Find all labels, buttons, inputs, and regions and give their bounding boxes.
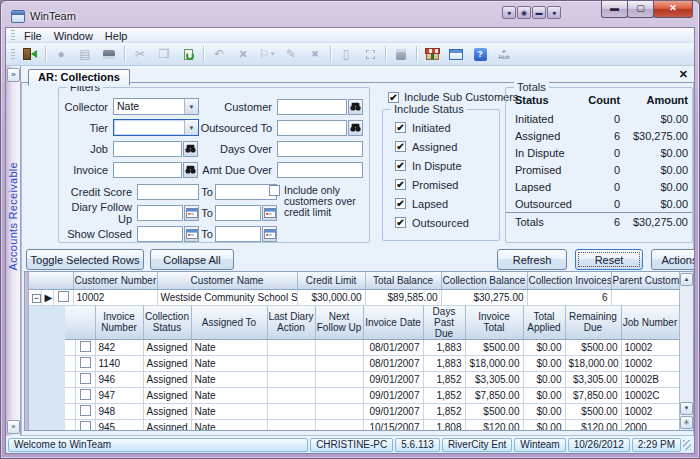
tab-close-icon[interactable]: ✕ — [679, 68, 688, 80]
invoice-row-checkbox[interactable] — [80, 357, 91, 368]
scroll-extra-icon[interactable]: ✳ — [680, 416, 693, 429]
customer-col-customer-number[interactable]: Customer Number — [73, 272, 157, 289]
invoice-cell-0[interactable]: 842 — [95, 340, 143, 356]
invoice-row-checkbox[interactable] — [80, 421, 91, 430]
invoice-cell-10[interactable]: 10002 — [621, 340, 679, 356]
invoice-cell-10[interactable]: 10002 — [621, 404, 679, 420]
menu-file[interactable]: File — [18, 30, 48, 42]
customer-col-total-balance[interactable]: Total Balance — [365, 272, 441, 289]
job-input[interactable] — [113, 141, 182, 157]
invoice-col-next-follow-up[interactable]: Next Follow Up — [315, 306, 363, 340]
reset-button[interactable]: Reset — [575, 249, 643, 270]
invoice-cell-10[interactable]: 10002C — [621, 388, 679, 404]
tier-dropdown[interactable]: ▼ — [113, 119, 199, 136]
minimize-button[interactable]: ▬ — [601, 1, 628, 18]
chevron-down-icon[interactable]: ▼ — [184, 120, 198, 135]
maximize-button[interactable]: ▢ — [627, 1, 654, 18]
close-button[interactable]: ✕ — [653, 1, 693, 18]
quick-button-3[interactable]: ▬ — [532, 6, 546, 19]
diary-to-input[interactable] — [215, 205, 261, 221]
invoice-col-invoice-date[interactable]: Invoice Date — [363, 306, 423, 340]
status-checkbox-in-dispute[interactable]: ✔ — [395, 160, 406, 171]
chevron-down-icon[interactable]: ▼ — [184, 99, 198, 114]
paste-icon[interactable] — [177, 45, 199, 64]
invoice-cell-0[interactable]: 948 — [95, 404, 143, 420]
diary-from-calendar-button[interactable] — [184, 205, 199, 221]
invoice-col-remaining-due[interactable]: Remaining Due — [565, 306, 621, 340]
invoice-cell-0[interactable]: 1140 — [95, 356, 143, 372]
tab-ar-collections[interactable]: AR: Collections — [28, 69, 130, 86]
quick-button-1[interactable]: ● — [502, 6, 516, 19]
invoice-cell-8[interactable]: $0.00 — [523, 420, 565, 430]
quick-button-4[interactable]: ● — [547, 6, 561, 19]
customer-col-collection-balance[interactable]: Collection Balance — [441, 272, 527, 289]
invoice-col-days-past-due[interactable]: Days Past Due — [423, 306, 465, 340]
invoice-row-checkbox[interactable] — [80, 341, 91, 352]
invoice-cell-10[interactable]: 10002 — [621, 356, 679, 372]
invoice-cell-8[interactable]: $0.00 — [523, 388, 565, 404]
outsourced-to-input[interactable] — [277, 120, 347, 136]
invoice-col-collection-status[interactable]: Collection Status — [143, 306, 191, 340]
customer-lookup-button[interactable] — [348, 99, 363, 115]
status-checkbox-lapsed[interactable]: ✔ — [395, 198, 406, 209]
ehub-icon[interactable]: eHub — [493, 45, 515, 64]
invoice-col-invoice-total[interactable]: Invoice Total — [465, 306, 523, 340]
collector-dropdown[interactable]: Nate ▼ — [113, 98, 199, 115]
diary-from-input[interactable] — [137, 205, 183, 221]
show-closed-to-input[interactable] — [215, 226, 261, 242]
grid-vertical-scrollbar[interactable]: ▲ ▼ ✳ — [679, 272, 693, 430]
collapse-all-button[interactable]: Collapse All — [150, 249, 234, 270]
invoice-cell-8[interactable]: $0.00 — [523, 404, 565, 420]
over-credit-limit-checkbox[interactable] — [269, 185, 280, 196]
scroll-up-icon[interactable]: ▲ — [680, 273, 693, 286]
status-checkbox-outsourced[interactable]: ✔ — [395, 217, 406, 228]
exit-icon[interactable] — [19, 45, 41, 64]
scroll-down-icon[interactable]: ▼ — [680, 402, 693, 415]
sidebar-panel-label[interactable]: Accounts Receivable — [7, 162, 19, 270]
invoice-input[interactable] — [113, 162, 182, 178]
invoice-col-last-diary-action[interactable]: Last Diary Action — [267, 306, 315, 340]
invoice-cell-0[interactable]: 946 — [95, 372, 143, 388]
customer-input[interactable] — [277, 99, 347, 115]
server-icon[interactable] — [390, 45, 412, 64]
help-icon[interactable]: ? — [469, 45, 491, 64]
invoice-row-checkbox[interactable] — [80, 405, 91, 416]
invoice-cell-8[interactable]: $0.00 — [523, 340, 565, 356]
status-checkbox-initiated[interactable]: ✔ — [395, 122, 406, 133]
invoice-cell-10[interactable]: 10002B — [621, 372, 679, 388]
outsourced-lookup-button[interactable] — [348, 120, 363, 136]
customer-col-customer-name[interactable]: Customer Name — [157, 272, 297, 289]
sidebar-expand-button[interactable]: » — [7, 68, 20, 82]
invoice-cell-8[interactable]: $0.00 — [523, 372, 565, 388]
collapse-row-button[interactable]: − — [29, 289, 41, 305]
invoice-col-invoice-number[interactable]: Invoice Number — [95, 306, 143, 340]
invoice-lookup-button[interactable] — [183, 162, 198, 178]
days-over-input[interactable] — [277, 141, 363, 157]
invoice-cell-0[interactable]: 947 — [95, 388, 143, 404]
menu-help[interactable]: Help — [99, 30, 134, 42]
print-icon[interactable] — [98, 45, 120, 64]
customer-col-parent-customer[interactable]: Parent Customer — [611, 272, 679, 289]
customer-col-collection-invoices[interactable]: Collection Invoices — [527, 272, 611, 289]
invoice-col-assigned-to[interactable]: Assigned To — [191, 306, 267, 340]
sidebar-bottom-button[interactable]: » — [7, 420, 20, 434]
amt-due-over-input[interactable] — [277, 162, 363, 178]
invoice-cell-8[interactable]: $0.00 — [523, 356, 565, 372]
show-closed-to-calendar-button[interactable] — [262, 226, 277, 242]
show-closed-from-calendar-button[interactable] — [184, 226, 199, 242]
quick-button-2[interactable]: ◉ — [517, 6, 531, 19]
invoice-cell-10[interactable]: 2000 — [621, 420, 679, 430]
resize-grip[interactable] — [683, 440, 691, 450]
customer-cell-0[interactable]: 10002 — [73, 289, 157, 305]
grid-view-icon[interactable] — [445, 45, 467, 64]
status-checkbox-promised[interactable]: ✔ — [395, 179, 406, 190]
credit-score-from-input[interactable] — [137, 184, 199, 200]
refresh-button[interactable]: Refresh — [497, 249, 567, 270]
invoice-cell-0[interactable]: 945 — [95, 420, 143, 430]
customer-row-checkbox[interactable] — [58, 291, 69, 302]
actions-button[interactable]: Actions... — [651, 249, 695, 270]
title-bar[interactable]: WinTeam ● ◉ ▬ ● ▬ ▢ ✕ — [5, 1, 695, 27]
invoice-row-checkbox[interactable] — [80, 373, 91, 384]
store-icon[interactable] — [421, 45, 443, 64]
invoice-row-checkbox[interactable] — [80, 389, 91, 400]
